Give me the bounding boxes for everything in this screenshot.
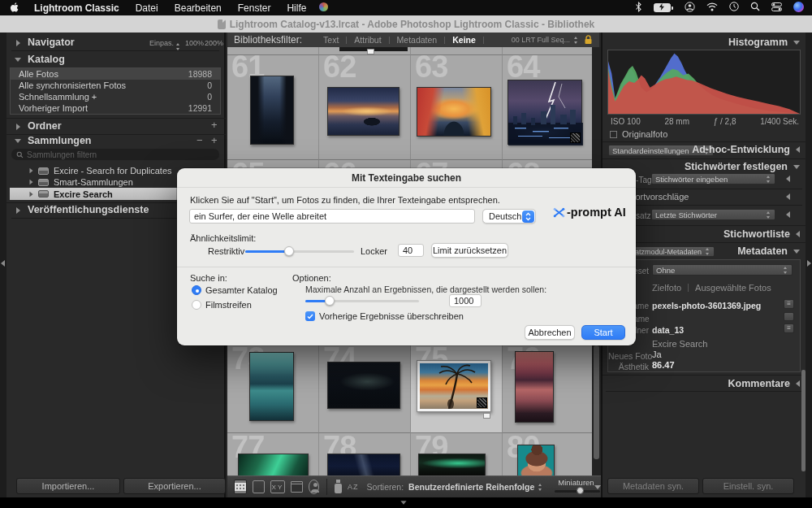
menu-hilfe[interactable]: Hilfe: [279, 2, 314, 14]
expand-icon[interactable]: [786, 211, 790, 218]
thumbnail-slider-thumb[interactable]: [577, 487, 584, 494]
menu-datei[interactable]: Datei: [127, 2, 166, 14]
collapse-left-panel-icon[interactable]: [1, 260, 5, 267]
filename-action-button[interactable]: ≡: [784, 299, 794, 309]
collections-header[interactable]: Sammlungen: [28, 135, 92, 146]
expand-icon[interactable]: [786, 193, 790, 200]
photo-thumbnail-city-street[interactable]: [250, 76, 294, 145]
add-collection-button[interactable]: +: [211, 134, 218, 146]
grid-cell-80[interactable]: 80: [503, 433, 593, 475]
keyword-set-select[interactable]: Letzte Stichwörter: [651, 209, 775, 220]
photo-thumbnail-portrait-teal[interactable]: [517, 445, 555, 475]
photo-thumbnail-milky-way[interactable]: [327, 454, 400, 475]
collections-collapse-icon[interactable]: [15, 139, 21, 143]
publish-header[interactable]: Veröffentlichungsdienste: [28, 204, 149, 215]
navigator-zoom-200[interactable]: 200%: [205, 39, 223, 47]
grid-cell-75-selected[interactable]: 75: [411, 345, 503, 433]
selected-photo-frame[interactable]: [417, 360, 491, 412]
grid-scrollbar-thumb[interactable]: [594, 345, 599, 459]
collapse-right-panel-icon[interactable]: [807, 260, 811, 267]
filter-preset-stepper[interactable]: [573, 37, 579, 44]
photo-thumbnail-aurora-landscape[interactable]: [418, 454, 486, 475]
left-panel-gutter[interactable]: [0, 33, 6, 497]
loupe-view-icon[interactable]: [253, 480, 265, 493]
selected-photos-button[interactable]: Ausgewählte Fotos: [695, 283, 771, 293]
thumbnail-size-control[interactable]: Miniaturen: [555, 478, 585, 496]
catalog-row-quick-collection[interactable]: Schnellsammlung + 0: [11, 91, 220, 102]
expand-icon[interactable]: [30, 168, 33, 173]
metadata-preset-select[interactable]: Ohne: [652, 264, 793, 276]
grid-view-icon[interactable]: [234, 480, 247, 494]
import-button[interactable]: Importieren...: [16, 478, 120, 494]
catalog-row-synced[interactable]: Alle synchronisierten Fotos 0: [11, 80, 220, 91]
navigator-fit-option[interactable]: Einpas.: [149, 39, 174, 47]
similarity-slider-thumb[interactable]: [284, 246, 294, 256]
expand-icon[interactable]: [786, 176, 790, 182]
grid-cell-partial[interactable]: [411, 47, 503, 55]
grid-cell-79[interactable]: 79: [411, 433, 503, 475]
navigator-expand-icon[interactable]: [16, 40, 20, 46]
grid-cell-76[interactable]: 76: [503, 345, 593, 433]
grid-cell-74[interactable]: 74: [319, 345, 411, 433]
painter-spray-icon[interactable]: [335, 480, 339, 494]
grid-cell-77[interactable]: 77: [227, 433, 319, 475]
compare-view-icon[interactable]: XY: [270, 480, 285, 493]
right-panel-scrollbar-thumb[interactable]: [801, 370, 806, 471]
user-icon[interactable]: [679, 2, 701, 15]
control-center-icon[interactable]: [766, 2, 788, 14]
target-photo-button[interactable]: Zielfoto: [652, 283, 681, 293]
collection-badge-icon[interactable]: [570, 132, 581, 143]
publish-expand-icon[interactable]: [16, 207, 20, 214]
search-query-input[interactable]: [189, 209, 475, 224]
clock-icon[interactable]: [723, 2, 745, 14]
photo-thumbnail-canal-houses[interactable]: [417, 87, 491, 137]
filter-option-attribut[interactable]: Attribut: [347, 35, 388, 45]
export-button[interactable]: Exportieren...: [123, 478, 226, 494]
survey-view-icon[interactable]: [291, 481, 303, 493]
checkbox-box[interactable]: [610, 131, 617, 138]
grid-cell-partial[interactable]: [227, 47, 319, 55]
sort-direction-icon[interactable]: AZ: [348, 483, 359, 491]
sync-settings-button[interactable]: Einstell. syn.: [702, 478, 794, 494]
battery-charging-icon[interactable]: [648, 3, 679, 12]
folders-expand-icon[interactable]: [16, 124, 20, 130]
toolbar-options-chevron-icon[interactable]: [594, 485, 601, 489]
catalog-collapse-icon[interactable]: [15, 58, 21, 62]
reset-limit-button[interactable]: Limit zurücksetzen: [431, 243, 508, 258]
overwrite-checkbox[interactable]: [305, 311, 315, 321]
catalog-header[interactable]: Katalog: [28, 54, 65, 65]
copyname-action-button[interactable]: [784, 312, 794, 321]
bluetooth-icon[interactable]: [629, 2, 648, 15]
histogram-header[interactable]: Histogramm: [603, 37, 800, 48]
right-panel-gutter[interactable]: [806, 33, 812, 497]
grid-cell-63[interactable]: 63: [411, 55, 503, 160]
photo-thumbnail-pink-sunset[interactable]: [515, 351, 554, 423]
catalog-row-previous-import[interactable]: Vorheriger Import 12991: [11, 102, 220, 114]
wifi-icon[interactable]: [701, 2, 723, 14]
search-icon[interactable]: [745, 2, 766, 14]
photo-thumbnail-aurora-closeup[interactable]: [238, 454, 309, 475]
comments-header[interactable]: Kommentare: [603, 378, 800, 389]
grid-cell-73[interactable]: 73: [227, 345, 319, 433]
photo-thumbnail-teal-lake[interactable]: [249, 352, 294, 421]
menu-fenster[interactable]: Fenster: [230, 2, 279, 14]
filter-preset-select[interactable]: 00 LRT Full Seq...: [512, 36, 570, 44]
filter-option-metadaten[interactable]: Metadaten: [390, 35, 445, 45]
scope-catalog-radio[interactable]: [192, 285, 201, 295]
keyword-tags-select[interactable]: Stichwörter eingeben: [651, 173, 775, 185]
siri-icon[interactable]: [788, 2, 812, 15]
filter-option-keine-active[interactable]: Keine: [445, 35, 483, 45]
catalog-row-all-photos[interactable]: Alle Fotos 18988: [11, 68, 220, 80]
expand-icon[interactable]: [30, 191, 33, 196]
dialog-title-bar[interactable]: Mit Texteingabe suchen: [177, 168, 636, 188]
grid-cell-78[interactable]: 78: [319, 433, 411, 475]
photo-thumbnail-palm-sunset[interactable]: [420, 363, 488, 409]
expand-icon[interactable]: [30, 180, 33, 185]
remove-collection-button[interactable]: −: [197, 134, 203, 146]
people-view-icon[interactable]: [309, 480, 319, 494]
sticker-badge[interactable]: [483, 413, 490, 419]
photo-thumbnail-sunset-boat[interactable]: [327, 87, 400, 136]
grid-cell-61[interactable]: 61: [227, 55, 319, 160]
collections-filter-input[interactable]: Sammlungen filtern: [11, 149, 219, 160]
navigator-header[interactable]: Navigator: [28, 37, 75, 48]
